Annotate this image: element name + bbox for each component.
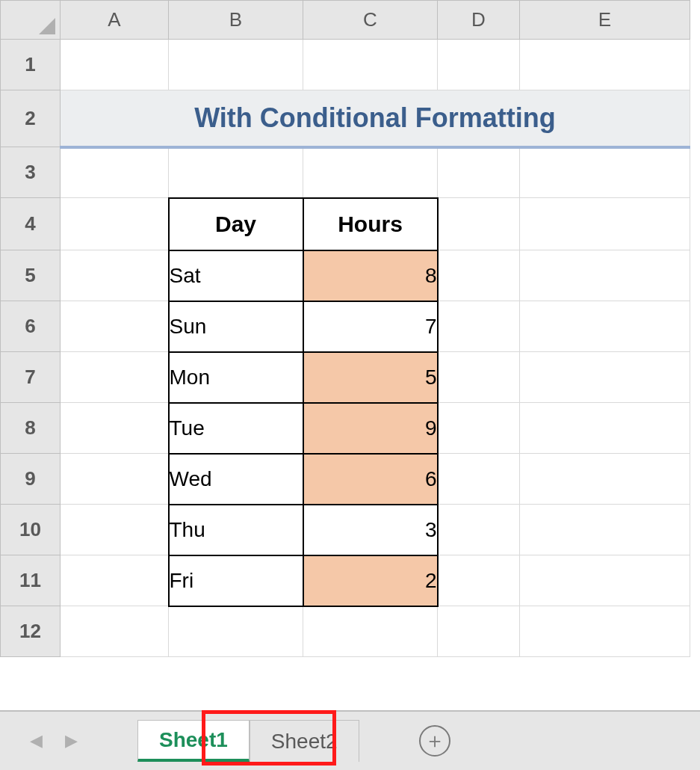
cell-E11[interactable]	[520, 555, 690, 606]
cell-E7[interactable]	[520, 352, 690, 403]
cell-day-6[interactable]: Fri	[169, 555, 303, 606]
cell-hours-0[interactable]: 8	[303, 250, 438, 301]
row-header-4[interactable]: 4	[1, 198, 61, 250]
cell-hours-3[interactable]: 9	[303, 403, 438, 454]
select-all-button[interactable]	[1, 1, 61, 40]
spreadsheet-grid[interactable]: A B C D E 1 2 With Conditional Formattin…	[0, 0, 700, 710]
cell-A3[interactable]	[61, 147, 169, 198]
cell-day-5[interactable]: Thu	[169, 505, 303, 555]
col-header-E[interactable]: E	[520, 1, 690, 40]
cell-hours-6[interactable]: 2	[303, 555, 438, 606]
row-header-2[interactable]: 2	[1, 90, 61, 147]
title-cell[interactable]: With Conditional Formatting	[61, 90, 690, 147]
tab-nav-next-icon[interactable]: ▶	[65, 731, 78, 751]
cell-A9[interactable]	[61, 454, 169, 505]
sheet-tab-bar: ◀ ▶ Sheet1 Sheet2 ＋	[0, 710, 700, 770]
cell-A12[interactable]	[61, 606, 169, 657]
cell-C12[interactable]	[303, 606, 438, 657]
cell-hours-1[interactable]: 7	[303, 301, 438, 352]
cell-D6[interactable]	[438, 301, 520, 352]
cell-D11[interactable]	[438, 555, 520, 606]
cell-E1[interactable]	[520, 40, 690, 90]
tab-nav-prev-icon[interactable]: ◀	[30, 731, 43, 751]
cell-D4[interactable]	[438, 198, 520, 250]
row-header-12[interactable]: 12	[1, 606, 61, 657]
plus-icon: ＋	[424, 730, 445, 751]
cell-C1[interactable]	[303, 40, 438, 90]
cell-A4[interactable]	[61, 198, 169, 250]
cell-day-4[interactable]: Wed	[169, 454, 303, 505]
table-header-hours[interactable]: Hours	[303, 198, 438, 250]
cell-E3[interactable]	[520, 147, 690, 198]
cell-day-1[interactable]: Sun	[169, 301, 303, 352]
sheet-tab-sheet1[interactable]: Sheet1	[137, 720, 250, 762]
row-header-8[interactable]: 8	[1, 403, 61, 454]
col-header-B[interactable]: B	[169, 1, 303, 40]
cell-D10[interactable]	[438, 505, 520, 555]
cell-B12[interactable]	[169, 606, 303, 657]
cell-A11[interactable]	[61, 555, 169, 606]
cell-B3[interactable]	[169, 147, 303, 198]
cell-hours-4[interactable]: 6	[303, 454, 438, 505]
sheet-tab-sheet2[interactable]: Sheet2	[250, 720, 359, 762]
row-header-5[interactable]: 5	[1, 250, 61, 301]
col-header-C[interactable]: C	[303, 1, 438, 40]
cell-D5[interactable]	[438, 250, 520, 301]
cell-E12[interactable]	[520, 606, 690, 657]
col-header-A[interactable]: A	[61, 1, 169, 40]
cell-D8[interactable]	[438, 403, 520, 454]
cell-A10[interactable]	[61, 505, 169, 555]
table-header-day[interactable]: Day	[169, 198, 303, 250]
cell-E9[interactable]	[520, 454, 690, 505]
cell-E5[interactable]	[520, 250, 690, 301]
cell-E8[interactable]	[520, 403, 690, 454]
cell-A5[interactable]	[61, 250, 169, 301]
row-header-9[interactable]: 9	[1, 454, 61, 505]
cell-B1[interactable]	[169, 40, 303, 90]
cell-A7[interactable]	[61, 352, 169, 403]
cell-day-2[interactable]: Mon	[169, 352, 303, 403]
cell-E4[interactable]	[520, 198, 690, 250]
cell-hours-5[interactable]: 3	[303, 505, 438, 555]
cell-E10[interactable]	[520, 505, 690, 555]
col-header-D[interactable]: D	[438, 1, 520, 40]
cell-hours-2[interactable]: 5	[303, 352, 438, 403]
cell-D9[interactable]	[438, 454, 520, 505]
cell-day-3[interactable]: Tue	[169, 403, 303, 454]
row-header-10[interactable]: 10	[1, 505, 61, 555]
row-header-1[interactable]: 1	[1, 40, 61, 90]
cell-C3[interactable]	[303, 147, 438, 198]
row-header-6[interactable]: 6	[1, 301, 61, 352]
cell-D3[interactable]	[438, 147, 520, 198]
cell-D1[interactable]	[438, 40, 520, 90]
row-header-3[interactable]: 3	[1, 147, 61, 198]
cell-A8[interactable]	[61, 403, 169, 454]
cell-D12[interactable]	[438, 606, 520, 657]
cell-E6[interactable]	[520, 301, 690, 352]
cell-A1[interactable]	[61, 40, 169, 90]
row-header-7[interactable]: 7	[1, 352, 61, 403]
cell-day-0[interactable]: Sat	[169, 250, 303, 301]
cell-D7[interactable]	[438, 352, 520, 403]
row-header-11[interactable]: 11	[1, 555, 61, 606]
cell-A6[interactable]	[61, 301, 169, 352]
add-sheet-button[interactable]: ＋	[419, 725, 450, 757]
